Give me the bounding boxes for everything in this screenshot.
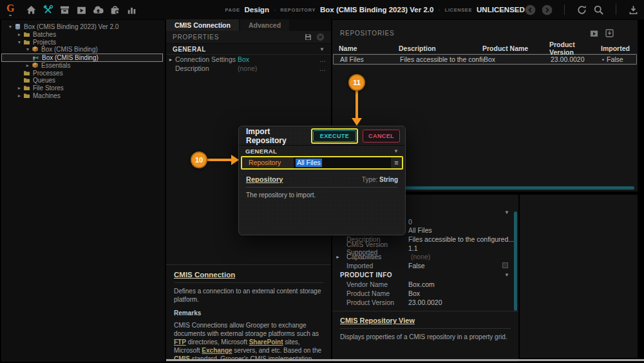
table-row[interactable]: All Files Files accessible to the config… [333, 54, 637, 64]
tree-item-cmis-connection-selected[interactable]: Box (CMIS Binding) [1, 54, 163, 62]
prop-row-capabilities[interactable]: ► Capabilities (none) [332, 252, 518, 261]
doc-link[interactable]: FTP [174, 338, 186, 346]
cell-name: All Files [334, 55, 400, 63]
folder-icon [23, 77, 30, 84]
properties-toolbar: PROPERTIES [166, 31, 331, 44]
save-icon[interactable] [304, 33, 312, 41]
prop-label: Imported [332, 262, 408, 270]
doc-link[interactable]: SharePoint [249, 338, 283, 346]
prop-row-product-name[interactable]: Product Name Box [332, 289, 518, 298]
cancel-button[interactable]: CANCEL [363, 130, 400, 142]
column-header-description[interactable]: Description [399, 44, 482, 52]
expander-expanded-icon[interactable]: ▼ [24, 47, 32, 52]
chevron-down-icon[interactable]: ▼ [504, 272, 511, 278]
imported-checkbox[interactable] [502, 262, 508, 268]
prop-label: Product Name [332, 289, 408, 297]
cloud-upload-icon[interactable] [93, 5, 104, 15]
doc-link[interactable]: Exchange [202, 347, 232, 354]
tree-item-project-box-cmis-binding[interactable]: ▼ Box (CMIS Binding) [1, 46, 165, 54]
grooper-logo-swoosh [9, 14, 12, 16]
expand-arrow-icon[interactable]: ► [332, 255, 341, 259]
chevron-down-icon[interactable]: ▼ [319, 46, 325, 52]
expand-arrow-icon[interactable]: ► [166, 57, 175, 62]
tab-cmis-connection[interactable]: CMIS Connection [166, 19, 239, 31]
bar-chart-icon[interactable] [126, 5, 137, 15]
section-general[interactable]: GENERAL ▼ [166, 44, 331, 55]
chevron-down-icon[interactable]: ▼ [393, 148, 399, 154]
batch-archive-icon[interactable] [59, 5, 70, 15]
prop-value: (none) [411, 253, 518, 260]
tree-item-essentials[interactable]: ► Essentials [1, 62, 165, 70]
design-tools-icon[interactable] [43, 5, 53, 15]
bullet-icon [602, 59, 604, 61]
tree-item-queues[interactable]: Queues [1, 77, 165, 84]
tree-item-processes[interactable]: Processes [1, 69, 165, 77]
ellipsis-button[interactable]: … [317, 64, 331, 72]
prop-row-cmis-version[interactable]: CMIS Version Supported 1.1 [332, 244, 518, 253]
prop-value[interactable]: Box [238, 55, 317, 63]
doc-title: CMIS Connection [174, 271, 323, 279]
column-header-product-name[interactable]: Product Name [482, 44, 549, 52]
prop-row-product-version[interactable]: Product Version 23.00.0020 [332, 298, 518, 307]
expander-expanded-icon[interactable]: ▼ [6, 25, 14, 29]
prop-row-vendor-name[interactable]: Vendor Name Box.com [332, 280, 518, 289]
download-icon[interactable] [628, 5, 639, 15]
dropdown-menu-icon[interactable]: ≡ [390, 157, 402, 168]
doc-remarks-label: Remarks [174, 309, 323, 317]
tree-item-projects[interactable]: ▼ Projects [1, 38, 165, 46]
tree-item-label: Box (CMIS Binding 2023) Ver 2.0 [24, 23, 118, 30]
prop-value[interactable]: (none) [238, 64, 317, 72]
prop-row-imported[interactable]: Imported False [332, 261, 518, 270]
top-bar: G PAGE Design · REPOSITORY Box (CMIS Bin… [0, 0, 644, 19]
prop-label: Product Version [332, 299, 408, 306]
tree-item-batches[interactable]: ► Batches [1, 31, 165, 39]
box-play-icon[interactable] [589, 28, 599, 38]
ellipsis-button[interactable]: … [317, 55, 331, 63]
prop-row-description[interactable]: Description (none) … [166, 64, 331, 73]
node-tree: ▼ Box (CMIS Binding 2023) Ver 2.0 ► Batc… [1, 20, 165, 362]
prop-value: 0 [408, 218, 518, 226]
licensee-value: UNLICENSED [477, 6, 525, 14]
folder-icon [23, 39, 30, 46]
page-value[interactable]: Design [245, 6, 269, 14]
search-icon[interactable] [593, 5, 604, 15]
prop-row-connection-settings[interactable]: ► Connection Settings Box … [166, 55, 331, 64]
expander-expanded-icon[interactable]: ▼ [15, 40, 23, 44]
expander-collapsed-icon[interactable]: ► [15, 93, 23, 98]
dialog-section-general[interactable]: GENERAL ▼ [239, 147, 405, 155]
column-header-product-version[interactable]: Product Version [549, 41, 601, 56]
prop-value: Box.com [408, 280, 518, 288]
tree-item-machines[interactable]: ► Machines [1, 92, 165, 100]
box-play-icon[interactable] [76, 5, 87, 15]
refresh-icon[interactable] [576, 5, 587, 15]
cell-description: Files accessible to the configured a... [400, 55, 484, 63]
chevron-down-icon[interactable]: ▼ [504, 210, 511, 215]
tab-advanced[interactable]: Advanced [240, 19, 289, 31]
vertical-scrollbar[interactable] [514, 211, 517, 311]
tree-item-label: Projects [33, 39, 56, 46]
repository-input[interactable]: All Files [294, 157, 390, 168]
dialog-header: Import Repository EXECUTE CANCEL [239, 126, 405, 146]
back-icon[interactable] [525, 5, 536, 15]
doc-text: Displays properties of a CMIS repository… [340, 333, 511, 341]
crumb-separator: · [438, 6, 440, 14]
repository-value[interactable]: Box (CMIS Binding 2023) Ver 2.0 [320, 6, 433, 14]
expander-collapsed-icon[interactable]: ► [15, 32, 23, 37]
prop-value: 1.1 [408, 244, 518, 252]
import-repository-icon[interactable] [605, 28, 614, 38]
doc-summary: Defines a connection to an external cont… [174, 287, 323, 304]
job-bag-icon[interactable] [109, 5, 120, 15]
tree-item-label: Essentials [41, 62, 71, 69]
expander-collapsed-icon[interactable]: ► [15, 86, 23, 90]
column-header-imported[interactable]: Imported [601, 44, 638, 52]
forward-icon[interactable] [542, 5, 553, 15]
tree-item-repository-root[interactable]: ▼ Box (CMIS Binding 2023) Ver 2.0 [1, 23, 165, 31]
close-icon[interactable] [316, 33, 325, 41]
column-header-name[interactable]: Name [332, 44, 399, 52]
tree-item-file-stores[interactable]: ► File Stores [1, 84, 165, 92]
execute-button[interactable]: EXECUTE [313, 130, 356, 142]
expander-collapsed-icon[interactable]: ► [24, 63, 32, 68]
section-product-info[interactable]: PRODUCT INFO ▼ [332, 270, 518, 280]
grooper-logo[interactable]: G [6, 3, 14, 17]
home-icon[interactable] [26, 5, 37, 15]
